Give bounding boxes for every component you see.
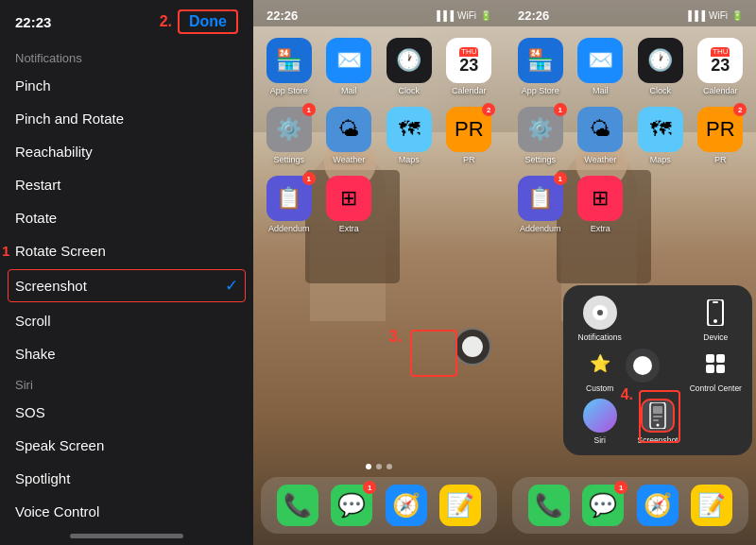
- dock-middle: 📞💬1🧭📝: [261, 477, 497, 534]
- svg-rect-3: [713, 301, 718, 303]
- app-icon-addendum[interactable]: 📋1Addendum: [265, 176, 314, 233]
- app-icon-app-store[interactable]: 🏪App Store: [265, 38, 314, 95]
- item-label: Pinch: [15, 77, 51, 94]
- dock-icon-phone[interactable]: 📞: [528, 485, 570, 526]
- badge: 1: [302, 172, 316, 185]
- item-label: Reachability: [15, 144, 93, 160]
- step3-annotation: 3.: [388, 327, 403, 347]
- app-icon-pr[interactable]: PR2PR: [696, 107, 746, 164]
- at-menu-item-control-center[interactable]: Control Center: [689, 347, 743, 395]
- item-label: Screenshot: [15, 278, 87, 294]
- at-center-button[interactable]: [626, 349, 660, 383]
- app-icon-weather[interactable]: 🌤Weather: [325, 107, 374, 164]
- item-label: Pinch and Rotate: [15, 111, 124, 127]
- done-button[interactable]: Done: [178, 9, 238, 34]
- badge: 2: [482, 103, 495, 116]
- dock-badge: 1: [614, 481, 627, 494]
- app-icon-extra[interactable]: ⊞Extra: [325, 176, 374, 233]
- dock-icon-messages[interactable]: 💬1: [582, 485, 624, 526]
- page-dot-1: [366, 464, 371, 469]
- app-icon-calendar[interactable]: THU23Calendar: [696, 38, 746, 95]
- list-item-spotlight[interactable]: Spotlight: [0, 462, 253, 495]
- list-item-speak-screen[interactable]: Speak Screen: [0, 429, 253, 462]
- status-icons-right: ▐▐▐ WiFi 🔋: [685, 10, 743, 21]
- app-label: Calendar: [703, 86, 738, 95]
- app-icon-maps[interactable]: 🗺Maps: [385, 107, 434, 164]
- home-indicator-left: [70, 534, 183, 538]
- at-menu-item-device[interactable]: Device: [689, 295, 743, 343]
- badge: 1: [302, 103, 316, 116]
- signal-icon-right: ▐▐▐: [685, 10, 705, 21]
- app-label: Clock: [649, 86, 671, 95]
- app-grid-middle: 🏪App Store✉️Mail🕐ClockTHU23Calendar⚙️1Se…: [253, 30, 505, 241]
- app-icon-mail[interactable]: ✉️Mail: [325, 38, 374, 95]
- svg-rect-7: [706, 365, 714, 373]
- at-menu-item-empty: [689, 398, 743, 446]
- page-dot-3: [387, 464, 392, 469]
- app-icon-settings[interactable]: ⚙️1Settings: [516, 107, 565, 164]
- app-icon-weather[interactable]: 🌤Weather: [576, 107, 626, 164]
- at-menu-item-siri[interactable]: Siri: [573, 398, 627, 446]
- item-label: Voice Control: [15, 503, 99, 519]
- app-icon-calendar[interactable]: THU23Calendar: [445, 38, 494, 95]
- app-label: Clock: [398, 86, 420, 95]
- step-done-area: 2. Done: [160, 9, 238, 34]
- app-icon-img: 📋1: [266, 176, 312, 221]
- app-icon-img: 🏪: [518, 38, 563, 83]
- badge: 1: [554, 103, 567, 116]
- list-item-rotate-screen[interactable]: 1Rotate Screen: [0, 234, 253, 267]
- at-menu-item-notifications[interactable]: Notifications: [573, 295, 627, 343]
- list-item-pinch-and-rotate[interactable]: Pinch and Rotate: [0, 102, 253, 135]
- app-icon-app-store[interactable]: 🏪App Store: [516, 38, 565, 95]
- app-icon-img: 🏪: [266, 38, 312, 83]
- dock-icon-safari[interactable]: 🧭: [637, 485, 679, 526]
- item-label: Restart: [15, 177, 60, 193]
- badge: 1: [554, 172, 567, 185]
- at-menu-label-custom: Custom: [586, 383, 613, 393]
- step3-box: [410, 330, 457, 377]
- svg-rect-5: [706, 354, 714, 363]
- list-item-voice-control[interactable]: Voice Control: [0, 495, 253, 526]
- dock-icon-safari[interactable]: 🧭: [386, 485, 427, 526]
- list-item-shake[interactable]: Shake: [0, 337, 253, 370]
- at-center-dot: [626, 349, 660, 383]
- app-icon-img: PR2: [697, 107, 743, 152]
- list-item-sos[interactable]: SOS: [0, 396, 253, 429]
- app-icon-extra[interactable]: ⊞Extra: [576, 176, 626, 233]
- app-icon-mail[interactable]: ✉️Mail: [576, 38, 626, 95]
- app-icon-img: THU23: [446, 38, 491, 83]
- dock-icon-notes[interactable]: 📝: [439, 485, 481, 526]
- app-icon-clock[interactable]: 🕐Clock: [385, 38, 434, 95]
- at-menu-item-custom[interactable]: ⭐Custom: [573, 347, 627, 395]
- app-icon-img: ✉️: [326, 38, 371, 83]
- list-item-reachability[interactable]: Reachability: [0, 135, 253, 168]
- dock-icon-notes[interactable]: 📝: [691, 485, 732, 526]
- app-label: Calendar: [452, 86, 487, 95]
- app-icon-img: PR2: [446, 107, 491, 152]
- dock-right: 📞💬1🧭📝: [512, 477, 748, 534]
- list-item-scroll[interactable]: Scroll: [0, 304, 253, 337]
- app-icon-pr[interactable]: PR2PR: [445, 107, 494, 164]
- time-right: 22:26: [518, 9, 549, 23]
- dock-icon-messages[interactable]: 💬1: [331, 485, 372, 526]
- wifi-icon-right: WiFi: [709, 10, 728, 21]
- badge: 2: [733, 103, 747, 116]
- app-icon-img: ⚙️1: [266, 107, 312, 152]
- item-label: Rotate Screen: [15, 243, 106, 259]
- list-section-notifications: Notifications: [0, 43, 253, 69]
- list-item-rotate[interactable]: Rotate: [0, 201, 253, 234]
- status-bar-right: 22:26 ▐▐▐ WiFi 🔋: [505, 0, 756, 26]
- app-label: PR: [714, 155, 727, 164]
- list-item-pinch[interactable]: Pinch: [0, 69, 253, 102]
- app-icon-settings[interactable]: ⚙️1Settings: [265, 107, 314, 164]
- step-num-1: 1: [2, 243, 9, 259]
- list-item-restart[interactable]: Restart: [0, 168, 253, 201]
- svg-rect-8: [716, 365, 725, 373]
- at-icon-device: [698, 296, 732, 330]
- assistive-touch-button[interactable]: [454, 328, 491, 366]
- app-icon-addendum[interactable]: 📋1Addendum: [516, 176, 565, 233]
- list-item-screenshot[interactable]: Screenshot✓: [0, 267, 253, 304]
- dock-icon-phone[interactable]: 📞: [277, 485, 318, 526]
- app-icon-maps[interactable]: 🗺Maps: [636, 107, 685, 164]
- app-icon-clock[interactable]: 🕐Clock: [636, 38, 685, 95]
